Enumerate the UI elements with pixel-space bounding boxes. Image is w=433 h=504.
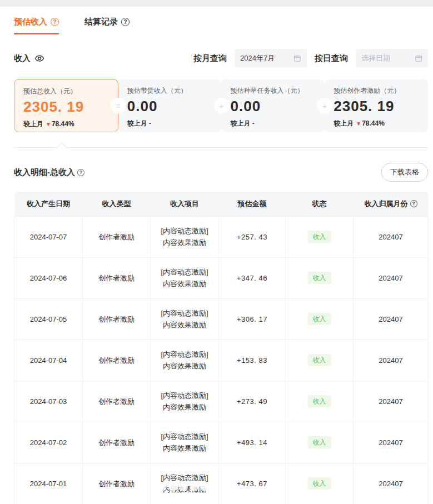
card-creator-incentive[interactable]: 预估创作者激励（元） 2305. 19 较上月▼78.44%	[325, 79, 428, 132]
cell-date: 2024-07-03	[14, 381, 83, 422]
card-title: 预估创作者激励（元）	[334, 86, 419, 96]
month-picker-input[interactable]: 2024年7月	[235, 49, 307, 68]
col-header-type: 收入类型	[83, 192, 151, 216]
tab-estimated-income[interactable]: 预估收入 ?	[14, 17, 59, 34]
calendar-icon	[415, 54, 422, 62]
cell-project: [内容动态激励]内容效果激励	[151, 216, 219, 257]
income-label: 收入	[14, 53, 31, 64]
cell-project: [内容动态激励]内容效果激励	[151, 340, 219, 381]
card-total-income[interactable]: 预估总收入（元） 2305. 19 较上月▼78.44%	[14, 79, 118, 132]
tab-settlement-records-label: 结算记录	[84, 17, 118, 27]
cell-amount: +257. 43	[219, 216, 286, 257]
card-title: 预估总收入（元）	[23, 87, 109, 96]
cell-status: 收入	[286, 463, 354, 504]
status-badge: 收入	[308, 477, 331, 490]
day-picker-input[interactable]: 选择日期	[356, 49, 428, 68]
cell-date: 2024-07-07	[14, 216, 83, 257]
card-title: 预估种草任务收入（元）	[231, 86, 316, 96]
status-badge: 收入	[308, 272, 331, 284]
col-header-date: 收入产生日期	[14, 192, 83, 216]
status-badge: 收入	[308, 436, 331, 448]
table-row: 2024-07-07 创作者激励 [内容动态激励]内容效果激励 +257. 43…	[14, 216, 429, 257]
cell-type: 创作者激励	[83, 257, 151, 298]
income-panel: 预估收入 ? 结算记录 ? 收入 按月查询 2024年7月	[0, 7, 433, 504]
card-title: 预估带货收入（元）	[127, 86, 213, 96]
cell-project: [内容动态激励]内容效果激励	[151, 298, 219, 340]
plus-operator: +	[214, 98, 230, 113]
tab-estimated-income-label: 预估收入	[14, 17, 47, 27]
status-badge: 收入	[308, 313, 331, 325]
cell-amount: +493. 14	[219, 422, 286, 463]
question-circle-icon[interactable]: ?	[77, 169, 84, 176]
card-value: 2305. 19	[334, 98, 419, 115]
col-header-project: 收入项目	[151, 192, 219, 216]
card-compare: 较上月 -	[127, 119, 213, 128]
card-compare: 较上月 -	[231, 119, 316, 128]
cell-type: 创作者激励	[83, 463, 151, 504]
card-compare: 较上月▼78.44%	[334, 119, 419, 128]
tab-settlement-records[interactable]: 结算记录 ?	[84, 17, 130, 34]
question-circle-icon[interactable]: ?	[51, 18, 59, 26]
cell-date: 2024-07-01	[14, 463, 83, 504]
card-value: 0.00	[231, 98, 316, 115]
table-row: 2024-07-02 创作者激励 [内容动态激励]内容效果激励 +493. 14…	[14, 422, 429, 463]
eye-icon[interactable]	[34, 53, 44, 63]
table-row: 2024-07-05 创作者激励 [内容动态激励]内容效果激励 +306. 17…	[14, 298, 429, 340]
col-header-month: 收入归属月份?	[354, 192, 429, 216]
table-header-row: 收入产生日期 收入类型 收入项目 预估金额 状态 收入归属月份?	[14, 192, 429, 216]
cell-status: 收入	[286, 422, 354, 463]
cell-status: 收入	[286, 257, 354, 298]
date-filters: 按月查询 2024年7月 按日查询 选择日期	[193, 49, 428, 68]
question-circle-icon[interactable]: ?	[121, 18, 130, 26]
detail-title: 收入明细-总收入 ?	[14, 167, 84, 178]
download-table-button[interactable]: 下载表格	[381, 163, 428, 182]
cell-project: [内容动态激励]内容效果激励	[151, 422, 219, 463]
day-picker-placeholder: 选择日期	[361, 53, 390, 63]
card-compare: 较上月▼78.44%	[23, 119, 109, 129]
query-toolbar: 收入 按月查询 2024年7月 按日查询 选择日期	[14, 49, 428, 68]
cell-month: 202407	[354, 381, 429, 422]
cell-amount: +273. 49	[219, 381, 286, 422]
equals-operator: =	[111, 98, 126, 113]
cell-project: [内容动态激励]内容效果激励	[151, 381, 219, 422]
cell-project: [内容动态激励]内容效果激励	[151, 463, 219, 504]
card-value: 2305. 19	[23, 98, 109, 116]
cell-month: 202407	[354, 298, 429, 340]
month-picker-value: 2024年7月	[240, 53, 275, 63]
col-header-status: 状态	[286, 192, 354, 216]
down-arrow-icon: ▼	[356, 121, 361, 127]
card-value: 0.00	[127, 98, 213, 115]
cell-month: 202407	[354, 340, 429, 381]
month-query-label: 按月查询	[193, 53, 227, 64]
table-row: 2024-07-01 创作者激励 [内容动态激励]内容效果激励 +473. 67…	[14, 463, 429, 504]
day-query-label: 按日查询	[315, 53, 348, 64]
cell-type: 创作者激励	[83, 298, 151, 340]
cell-month: 202407	[354, 257, 429, 298]
summary-cards: 预估总收入（元） 2305. 19 较上月▼78.44% = 预估带货收入（元）…	[14, 79, 428, 132]
question-circle-icon[interactable]: ?	[410, 200, 417, 207]
cell-type: 创作者激励	[83, 216, 151, 257]
cell-status: 收入	[286, 216, 354, 257]
cell-project: [内容动态激励]内容效果激励	[151, 257, 219, 298]
cell-date: 2024-07-04	[14, 340, 83, 381]
calendar-icon	[293, 54, 301, 62]
cell-amount: +473. 67	[219, 463, 286, 504]
cell-month: 202407	[354, 216, 429, 257]
status-badge: 收入	[308, 231, 331, 243]
cell-type: 创作者激励	[83, 340, 151, 381]
cell-amount: +153. 83	[219, 340, 286, 381]
cell-amount: +347. 46	[219, 257, 286, 298]
selected-card-caret-divider	[14, 147, 428, 148]
cell-status: 收入	[286, 340, 354, 381]
cell-amount: +306. 17	[219, 298, 286, 340]
detail-section-head: 收入明细-总收入 ? 下载表格	[14, 163, 428, 182]
table-row: 2024-07-04 创作者激励 [内容动态激励]内容效果激励 +153. 83…	[14, 340, 429, 381]
cell-type: 创作者激励	[83, 422, 151, 463]
down-arrow-icon: ▼	[46, 121, 51, 127]
cell-date: 2024-07-05	[14, 298, 83, 340]
col-header-amount: 预估金额	[219, 192, 286, 216]
card-seeding-task-income[interactable]: 预估种草任务收入（元） 0.00 较上月 -	[222, 79, 325, 132]
card-goods-income[interactable]: 预估带货收入（元） 0.00 较上月 -	[118, 79, 222, 132]
cell-status: 收入	[286, 381, 354, 422]
table-row: 2024-07-03 创作者激励 [内容动态激励]内容效果激励 +273. 49…	[14, 381, 429, 422]
